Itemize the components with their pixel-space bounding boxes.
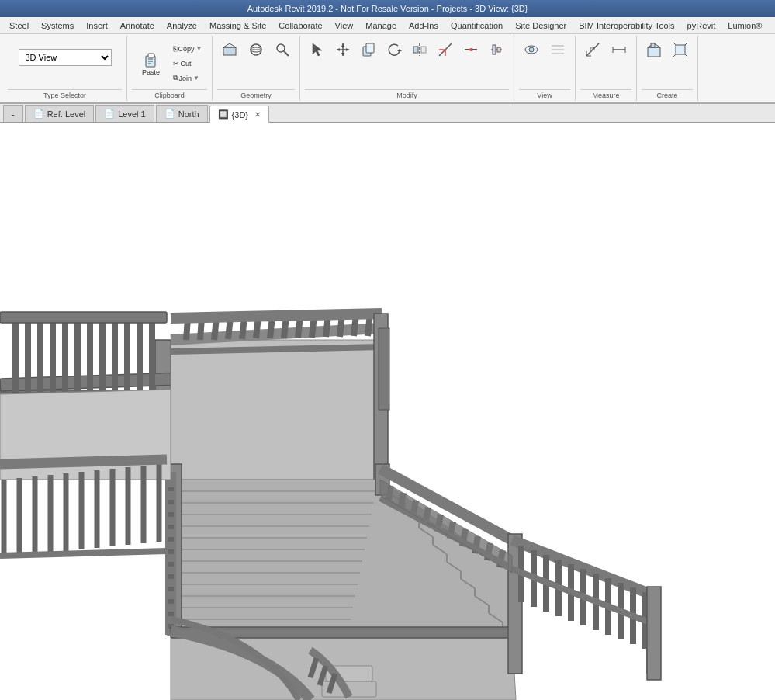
join-button[interactable]: ⧉ Join ▼: [170, 71, 206, 85]
eye-icon: [523, 41, 540, 58]
svg-line-11: [284, 51, 289, 56]
clipboard-label: Clipboard: [132, 89, 207, 99]
svg-marker-13: [341, 43, 344, 47]
svg-line-50: [673, 54, 676, 57]
trim-icon: [437, 41, 454, 58]
view-tab-dash-label: -: [12, 109, 15, 119]
menu-view[interactable]: View: [329, 19, 360, 32]
ribbon-group-view: View: [514, 36, 576, 101]
menu-systems[interactable]: Systems: [35, 19, 80, 32]
svg-rect-31: [497, 47, 500, 52]
join-label: Join: [179, 75, 192, 82]
menu-analyze[interactable]: Analyze: [161, 19, 203, 32]
copy-button[interactable]: ⎘ Copy ▼: [170, 42, 206, 56]
measure-btn[interactable]: m: [580, 39, 605, 61]
modify-split-btn[interactable]: [458, 39, 483, 61]
ribbon-group-measure: m Measure: [576, 36, 637, 101]
svg-marker-12: [313, 43, 322, 56]
cut-icon: ✂: [173, 60, 179, 68]
modify-trim-btn[interactable]: [433, 39, 458, 61]
join-icon: ⧉: [173, 74, 178, 82]
modify-select-btn[interactable]: [305, 39, 330, 61]
search-icon: [274, 41, 291, 58]
join-arrow: ▼: [193, 75, 199, 81]
thin-lines-icon: [549, 41, 566, 58]
svg-line-48: [673, 43, 676, 45]
measure2-btn[interactable]: [607, 39, 631, 61]
type-selector-label: Type Selector: [8, 89, 122, 99]
create-model-btn[interactable]: [668, 39, 693, 61]
view-eye-btn[interactable]: [519, 39, 544, 61]
modify-mirror-btn[interactable]: [407, 39, 432, 61]
menu-insert[interactable]: Insert: [80, 19, 114, 32]
svg-rect-82: [0, 312, 167, 323]
cut-label: Cut: [181, 60, 192, 68]
ribbon: 3D View Type Selector: [0, 34, 775, 104]
view-tab-3d[interactable]: 🔲 {3D} ✕: [209, 106, 269, 123]
model-icon: [672, 41, 689, 58]
component-icon: [645, 41, 663, 58]
copy-label: Copy: [178, 45, 195, 53]
menu-quantification[interactable]: Quantification: [445, 19, 509, 32]
ribbon-group-geometry: Geometry: [213, 36, 300, 101]
menu-massing[interactable]: Massing & Site: [203, 19, 272, 32]
paste-icon: [143, 51, 160, 68]
align-icon: [488, 41, 505, 58]
menu-lumion[interactable]: Lumion®: [721, 19, 768, 32]
menu-modify[interactable]: Modif: [768, 19, 775, 32]
title-bar: Autodesk Revit 2019.2 - Not For Resale V…: [0, 0, 775, 17]
view-tab-level1-label: Level 1: [118, 109, 145, 119]
cut-button[interactable]: ✂ Cut: [170, 57, 206, 71]
view-tab-reflevel[interactable]: 📄 Ref. Level: [25, 105, 95, 122]
view-tab-reflevel-label: Ref. Level: [47, 109, 86, 119]
geometry-btn2[interactable]: [244, 39, 268, 61]
menu-sitedesigner[interactable]: Site Designer: [509, 19, 573, 32]
type-selector-dropdown[interactable]: 3D View: [19, 49, 112, 66]
view-thin-btn[interactable]: [545, 39, 570, 61]
svg-line-100: [171, 314, 382, 318]
menu-addins[interactable]: Add-Ins: [403, 19, 445, 32]
modify-label: Modify: [305, 89, 509, 99]
type-selector-hint: [19, 69, 21, 78]
copy-arrow: ▼: [196, 45, 202, 52]
svg-rect-185: [647, 587, 661, 680]
ribbon-group-create: Create: [637, 36, 698, 101]
geometry-search-btn[interactable]: [270, 39, 295, 61]
view-tab-3d-close[interactable]: ✕: [254, 110, 261, 119]
geometry-btn1[interactable]: [217, 39, 242, 61]
menu-manage[interactable]: Manage: [359, 19, 403, 32]
svg-rect-22: [421, 47, 426, 53]
menu-bim[interactable]: BIM Interoperability Tools: [573, 19, 680, 32]
modify-rotate-btn[interactable]: [382, 39, 407, 61]
paste-button[interactable]: Paste: [134, 49, 168, 78]
svg-line-49: [685, 43, 687, 45]
view-tab-level1[interactable]: 📄 Level 1: [95, 105, 154, 122]
create-component-btn[interactable]: [642, 39, 666, 61]
title-text: Autodesk Revit 2019.2 - Not For Resale V…: [247, 4, 528, 13]
geometry-icon1: [221, 41, 238, 58]
view-tab-north-label: North: [178, 109, 199, 119]
view-tab-dash[interactable]: -: [3, 105, 23, 122]
view-tab-north[interactable]: 📄 North: [156, 105, 208, 122]
svg-text:m: m: [590, 46, 595, 51]
modify-copy-btn[interactable]: [356, 39, 381, 61]
svg-rect-46: [651, 43, 655, 47]
modify-align-btn[interactable]: [484, 39, 509, 61]
measure-icon: m: [584, 41, 601, 58]
svg-marker-16: [346, 48, 349, 51]
svg-line-215: [0, 459, 167, 464]
modify-move-btn[interactable]: [330, 39, 355, 61]
mirror-icon: [411, 41, 428, 58]
menu-pyrevit[interactable]: pyRevit: [681, 19, 722, 32]
copy-icon: ⎘: [173, 45, 177, 53]
view-tabs-bar: - 📄 Ref. Level 📄 Level 1 📄 North 🔲 {3D} …: [0, 104, 775, 123]
menu-annotate[interactable]: Annotate: [114, 19, 161, 32]
view-tab-level1-icon: 📄: [104, 109, 115, 119]
viewport[interactable]: [0, 123, 775, 700]
svg-line-51: [685, 54, 687, 57]
svg-marker-6: [223, 43, 236, 47]
view-tab-reflevel-icon: 📄: [33, 109, 44, 119]
menu-steel[interactable]: Steel: [3, 19, 35, 32]
3d-view-canvas: [0, 123, 775, 700]
menu-collaborate[interactable]: Collaborate: [272, 19, 328, 32]
